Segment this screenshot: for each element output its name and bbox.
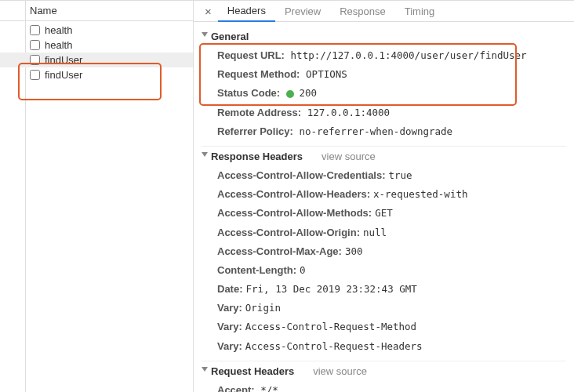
field-label: Referrer Policy: [217, 125, 293, 137]
field-value: no-referrer-when-downgrade [299, 125, 452, 137]
request-label: health [45, 39, 72, 51]
chevron-down-icon [202, 32, 208, 41]
headers-panel: General Request URL: http://127.0.0.1:40… [194, 22, 574, 392]
request-checkbox[interactable] [30, 55, 40, 65]
section-request-headers: Request Headers view source Accept: */* [194, 356, 574, 392]
field-label: Access-Control-Allow-Methods: [217, 207, 372, 219]
header-field: Access-Control-Allow-Credentials:true [202, 166, 566, 185]
field-value: x-requested-with [373, 188, 467, 200]
tabs-bar: × Headers Preview Response Timing [194, 1, 574, 22]
chevron-down-icon [202, 152, 208, 161]
section-title: Response Headers [211, 151, 303, 162]
field-remote-address: Remote Address: 127.0.0.1:4000 [202, 103, 566, 122]
request-checkbox[interactable] [30, 70, 40, 80]
request-item[interactable]: findUser [0, 67, 193, 82]
request-item[interactable]: health [0, 38, 193, 53]
view-source-link[interactable]: view source [322, 151, 376, 162]
field-label: Access-Control-Allow-Origin: [217, 227, 360, 238]
field-label: Request Method: [217, 68, 300, 80]
field-value: http://127.0.0.1:4000/user/user/findUser [291, 49, 527, 61]
header-field: Access-Control-Allow-Methods:GET [202, 204, 566, 223]
request-checkbox[interactable] [30, 25, 40, 35]
request-checkbox[interactable] [30, 40, 40, 50]
header-field: Access-Control-Allow-Origin:null [202, 223, 566, 242]
field-value: 0 [300, 264, 306, 276]
field-label: Access-Control-Max-Age: [217, 245, 342, 257]
field-value: Origin [245, 302, 281, 314]
header-field: Accept: */* [202, 381, 566, 392]
field-label: Status Code: [217, 87, 280, 99]
field-value: */* [260, 384, 278, 392]
field-label: Access-Control-Allow-Headers: [217, 188, 370, 200]
field-request-url: Request URL: http://127.0.0.1:4000/user/… [202, 46, 566, 65]
view-source-link[interactable]: view source [313, 365, 367, 377]
header-field: Vary:Access-Control-Request-Method [202, 318, 566, 336]
field-value: 300 [345, 245, 363, 257]
request-label: health [45, 24, 72, 36]
field-value: 127.0.0.1:4000 [307, 107, 390, 118]
response-header-fields: Access-Control-Allow-Credentials:true Ac… [202, 166, 566, 356]
field-label: Accept: [217, 384, 255, 392]
header-field: Vary:Origin [202, 299, 566, 318]
section-header-general[interactable]: General [202, 27, 566, 46]
header-field: Access-Control-Max-Age:300 [202, 242, 566, 261]
field-value: true [389, 169, 412, 181]
header-field: Date:Fri, 13 Dec 2019 23:32:43 GMT [202, 280, 566, 299]
section-response-headers: Response Headers view source Access-Cont… [194, 141, 574, 356]
chevron-down-icon [202, 367, 208, 376]
section-header-request[interactable]: Request Headers view source [202, 361, 566, 381]
tab-headers[interactable]: Headers [218, 1, 275, 22]
field-value: 200 [299, 87, 317, 99]
field-value: Access-Control-Request-Method [245, 321, 416, 332]
field-label: Request URL: [217, 49, 285, 61]
header-field: Vary:Access-Control-Request-Headers [202, 337, 566, 356]
request-label: findUser [45, 54, 82, 66]
field-value: GET [375, 207, 393, 219]
field-label: Date: [217, 283, 243, 295]
request-item[interactable]: health [0, 23, 193, 38]
field-label: Vary: [217, 302, 242, 314]
request-list: health health findUser findUser [0, 21, 193, 392]
field-label: Vary: [217, 321, 242, 332]
field-referrer-policy: Referrer Policy: no-referrer-when-downgr… [202, 122, 566, 141]
field-value: Fri, 13 Dec 2019 23:32:43 GMT [246, 283, 417, 295]
section-general: General Request URL: http://127.0.0.1:40… [194, 22, 574, 141]
close-icon[interactable]: × [198, 5, 218, 18]
sidebar-header[interactable]: Name [0, 1, 193, 21]
detail-panel: × Headers Preview Response Timing Genera… [194, 1, 574, 392]
tab-response[interactable]: Response [330, 2, 395, 21]
section-header-response[interactable]: Response Headers view source [202, 146, 566, 166]
tab-preview[interactable]: Preview [275, 2, 330, 21]
section-title: General [211, 31, 249, 42]
field-label: Content-Length: [217, 264, 296, 276]
field-value: Access-Control-Request-Headers [245, 340, 423, 352]
request-sidebar: Name health health findUser findUser [0, 1, 194, 392]
field-value: OPTIONS [306, 68, 347, 80]
header-field: Content-Length:0 [202, 261, 566, 280]
header-field: Access-Control-Allow-Headers:x-requested… [202, 185, 566, 204]
field-value: null [363, 227, 387, 238]
status-dot-icon [286, 90, 294, 98]
section-title: Request Headers [211, 365, 294, 377]
field-label: Remote Address: [217, 107, 301, 118]
field-request-method: Request Method: OPTIONS [202, 65, 566, 84]
field-label: Vary: [217, 340, 242, 352]
field-label: Access-Control-Allow-Credentials: [217, 169, 386, 181]
tab-timing[interactable]: Timing [395, 2, 445, 21]
request-label: findUser [45, 69, 82, 81]
field-status-code: Status Code: 200 [202, 84, 566, 103]
request-item[interactable]: findUser [0, 53, 193, 67]
